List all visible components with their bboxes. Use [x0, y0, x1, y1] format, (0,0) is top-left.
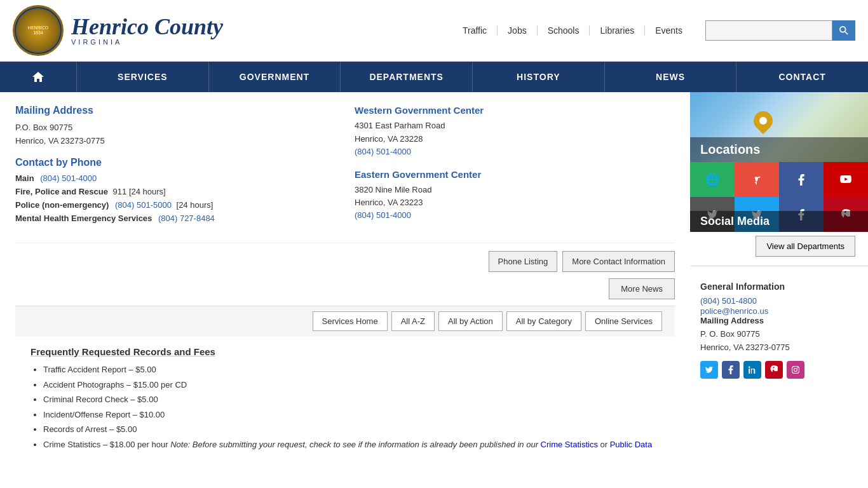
- services-home-button[interactable]: Services Home: [313, 311, 388, 331]
- western-line2: Henrico, VA 23228: [355, 133, 675, 146]
- gen-info-phone[interactable]: (804) 501-4800: [700, 296, 757, 306]
- all-az-button[interactable]: All A-Z: [391, 311, 435, 331]
- eastern-line1: 3820 Nine Mile Road: [355, 184, 675, 197]
- nav-departments[interactable]: DEPARTMENTS: [340, 62, 472, 92]
- more-contact-button[interactable]: More Contact Information: [562, 251, 675, 272]
- mailing-address-heading: Mailing Address: [15, 105, 336, 116]
- locations-overlay: Locations: [690, 137, 868, 162]
- phone-main-label: Main: [15, 173, 34, 183]
- top-link-schools[interactable]: Schools: [538, 25, 590, 36]
- small-twitter-icon[interactable]: [700, 361, 718, 379]
- contact-phone-heading: Contact by Phone: [15, 157, 336, 168]
- bottom-main: Frequently Requested Records and Fees Tr…: [15, 336, 675, 463]
- logo-name: Henrico County: [71, 15, 223, 38]
- nav-contact[interactable]: CONTACT: [736, 62, 868, 92]
- locations-widget[interactable]: Locations: [690, 92, 868, 162]
- small-instagram-icon[interactable]: [787, 361, 804, 379]
- eastern-line2: Henrico, VA 23223: [355, 196, 675, 210]
- nav-home[interactable]: [0, 62, 76, 92]
- map-pin-inner: [758, 116, 769, 126]
- nav-services[interactable]: SERVICES: [76, 62, 208, 92]
- record-item-4: Incident/Offense Report – $10.00: [43, 409, 660, 421]
- phone-fire-note: 911 [24 hours]: [113, 187, 166, 196]
- eastern-phone[interactable]: (804) 501-4000: [355, 210, 411, 220]
- gen-info-email[interactable]: police@henrico.us: [700, 306, 768, 316]
- note-or: or: [600, 440, 610, 449]
- online-services-button[interactable]: Online Services: [585, 311, 662, 331]
- all-by-category-button[interactable]: All by Category: [506, 311, 581, 331]
- public-data-link[interactable]: Public Data: [610, 440, 652, 449]
- top-link-events[interactable]: Events: [645, 25, 693, 36]
- records-list: Traffic Accident Report – $5.00 Accident…: [31, 363, 660, 451]
- contact-section: Mailing Address P.O. Box 90775 Henrico, …: [15, 105, 675, 243]
- social-foursquare[interactable]: [735, 162, 779, 197]
- svg-point-0: [840, 27, 846, 32]
- mailing-address-text: P.O. Box 90775 Henrico, VA 23273-0775: [15, 121, 336, 148]
- western-center-block: Western Government Center 4301 East Parh…: [355, 105, 675, 156]
- phone-police: Police (non-emergency) (804) 501-5000 [2…: [15, 200, 336, 210]
- gen-addr-line2: Henrico, VA 23273-0775: [700, 341, 858, 355]
- phone-police-number[interactable]: (804) 501-5000: [115, 200, 172, 210]
- record-item-2: Accident Photographs – $15.00 per CD: [43, 379, 660, 391]
- logo-area: HENRICO1634 Henrico County VIRGINIA: [13, 5, 223, 56]
- crime-stats-link[interactable]: Crime Statistics: [541, 440, 598, 449]
- search-button[interactable]: [832, 20, 855, 41]
- contact-buttons-row: Phone Listing More Contact Information: [15, 251, 675, 272]
- eastern-center-block: Eastern Government Center 3820 Nine Mile…: [355, 169, 675, 220]
- record-item-6: Crime Statistics – $18.00 per hour Note:…: [43, 438, 660, 451]
- small-pinterest-icon[interactable]: [765, 361, 783, 379]
- nav-news[interactable]: NEWS: [604, 62, 736, 92]
- small-linkedin-icon[interactable]: [743, 361, 761, 379]
- nav-government[interactable]: GOVERNMENT: [208, 62, 341, 92]
- search-input[interactable]: [705, 20, 832, 41]
- phone-listing-button[interactable]: Phone Listing: [489, 251, 558, 272]
- small-facebook-icon[interactable]: [722, 361, 740, 379]
- social-widget[interactable]: 🌐: [690, 162, 868, 232]
- top-link-libraries[interactable]: Libraries: [590, 25, 645, 36]
- right-sidebar: Locations 🌐: [690, 92, 868, 476]
- record-item-5: Records of Arrest – $5.00: [43, 423, 660, 436]
- phone-police-note: [24 hours]: [177, 200, 214, 210]
- records-section-title: Frequently Requested Records and Fees: [31, 346, 660, 357]
- main-panel: Mailing Address P.O. Box 90775 Henrico, …: [0, 92, 690, 476]
- home-icon: [31, 71, 45, 83]
- phone-fire: Fire, Police and Rescue 911 [24 hours]: [15, 187, 336, 196]
- top-links: Traffic Jobs Schools Libraries Events: [452, 25, 693, 36]
- logo-seal: HENRICO1634: [13, 5, 64, 56]
- social-overlay: Social Media: [690, 211, 868, 232]
- mail-line1: P.O. Box 90775: [15, 121, 336, 135]
- content-wrapper: Mailing Address P.O. Box 90775 Henrico, …: [0, 92, 868, 476]
- phone-police-label: Police (non-emergency): [15, 200, 109, 210]
- search-area: [705, 20, 855, 41]
- more-news-button[interactable]: More News: [609, 278, 675, 299]
- services-bar: Services Home All A-Z All by Action All …: [15, 306, 675, 336]
- social-icons-row: [700, 361, 858, 379]
- svg-line-1: [845, 32, 848, 34]
- top-link-jobs[interactable]: Jobs: [498, 25, 538, 36]
- bottom-sidebar-info: General Information (804) 501-4800 polic…: [690, 271, 868, 389]
- western-phone[interactable]: (804) 501-4000: [355, 147, 411, 156]
- phone-mental-label: Mental Health Emergency Services: [15, 214, 152, 223]
- search-icon: [839, 26, 848, 35]
- view-all-departments-button[interactable]: View all Departments: [756, 236, 855, 257]
- gen-info-heading: General Information: [700, 281, 858, 292]
- nav-history[interactable]: HISTORY: [472, 62, 604, 92]
- seal-inner: HENRICO1634: [16, 8, 60, 53]
- social-youtube[interactable]: [824, 162, 868, 197]
- phone-mental-number[interactable]: (804) 727-8484: [158, 214, 215, 223]
- phone-mental: Mental Health Emergency Services (804) 7…: [15, 214, 336, 223]
- view-all-row: View all Departments: [690, 232, 868, 261]
- social-globe[interactable]: 🌐: [690, 162, 735, 197]
- note-prefix: Note: Before submitting your request, ch…: [170, 440, 540, 449]
- eastern-center-heading: Eastern Government Center: [355, 169, 675, 180]
- phone-fire-label: Fire, Police and Rescue: [15, 187, 108, 196]
- social-facebook-top[interactable]: [779, 162, 824, 197]
- gen-addr-line1: P. O. Box 90775: [700, 328, 858, 341]
- western-address: 4301 East Parham Road Henrico, VA 23228: [355, 119, 675, 146]
- phone-main-number[interactable]: (804) 501-4000: [40, 173, 97, 183]
- all-by-action-button[interactable]: All by Action: [438, 311, 503, 331]
- eastern-address: 3820 Nine Mile Road Henrico, VA 23223: [355, 184, 675, 210]
- top-link-traffic[interactable]: Traffic: [452, 25, 498, 36]
- contact-right: Western Government Center 4301 East Parh…: [355, 105, 675, 233]
- sidebar-divider: [690, 266, 868, 266]
